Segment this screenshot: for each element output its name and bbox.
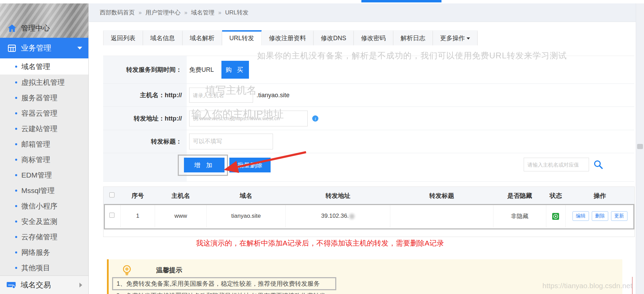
sidebar-item-domain-trade[interactable]: www 域名交易 xyxy=(0,275,88,294)
sidebar-item-label: 商标管理 xyxy=(21,155,50,165)
col-hidden: 是否隐藏 xyxy=(493,187,546,205)
form-row-hostname: 主机名：http:// .tianyao.site xyxy=(103,84,634,107)
sidebar-item-security[interactable]: 安全及监测 xyxy=(0,214,88,229)
sidebar-item-cloud-storage[interactable]: 云存储管理 xyxy=(0,229,88,245)
breadcrumb-user-center[interactable]: 用户管理中心 xyxy=(145,9,181,16)
domain-trade-icon: www xyxy=(6,281,16,289)
breadcrumb-home[interactable]: 西部数码首页 xyxy=(100,9,135,16)
bullet-icon xyxy=(15,267,17,269)
tab-edit-registration[interactable]: 修改注册资料 xyxy=(262,30,314,45)
chevron-right-icon xyxy=(79,283,82,287)
table-header-row: 序号 主机名 域名 转发地址 转发标题 是否隐藏 状态 操作 xyxy=(103,187,634,205)
cell-index: 1 xyxy=(120,205,155,227)
svg-text:i: i xyxy=(315,116,316,121)
hostname-input[interactable] xyxy=(189,88,253,103)
form-row-actions: 增 加 批量删除 xyxy=(103,153,634,182)
cell-title xyxy=(390,205,493,227)
form-row-title: 转发标题： xyxy=(103,130,634,153)
sidebar-item-label: 容器云管理 xyxy=(21,109,57,118)
grid-icon xyxy=(8,44,16,53)
url-forward-form: 转发服务到期时间： 免费URL 购 买 主机名：http:// .tianyao… xyxy=(103,56,634,182)
notice-line-2: 2、免费转发不支持设置网站名称和隐藏目标地址,如果有需要请选购收费转发 xyxy=(116,292,326,294)
info-icon[interactable]: i xyxy=(312,115,319,122)
select-all-checkbox[interactable] xyxy=(109,192,114,197)
edit-button[interactable]: 编辑 xyxy=(572,211,589,221)
tab-resolve-log[interactable]: 解析日志 xyxy=(393,30,433,45)
sidebar-item-label: Mssql管理 xyxy=(21,186,55,195)
sidebar-item-server[interactable]: 服务器管理 xyxy=(0,90,88,105)
hostname-label: 主机名：http:// xyxy=(103,84,187,106)
tab-edit-password[interactable]: 修改密码 xyxy=(354,30,393,45)
sidebar-item-mssql[interactable]: Mssql管理 xyxy=(0,183,88,198)
site-watermark: https://tianyao.blog.csdn.net xyxy=(542,282,632,290)
bullet-icon xyxy=(15,81,17,83)
target-label: 转发地址：http:// xyxy=(103,107,187,130)
sidebar-item-site-builder[interactable]: 云建站管理 xyxy=(0,121,88,136)
cell-actions: 编辑删除更新 xyxy=(565,205,634,227)
breadcrumb-separator: » xyxy=(184,10,187,16)
forward-table: 序号 主机名 域名 转发地址 转发标题 是否隐藏 状态 操作 1 www tia… xyxy=(103,186,635,237)
tab-bar: 返回列表 域名信息 域名解析 URL转发 修改注册资料 修改DNS 修改密码 解… xyxy=(103,30,478,45)
col-host: 主机名 xyxy=(155,187,207,205)
tab-back-to-list[interactable]: 返回列表 xyxy=(103,30,143,45)
tab-more-actions[interactable]: 更多操作 xyxy=(433,30,478,45)
cell-host: www xyxy=(155,205,207,227)
sidebar-item-label: 云存储管理 xyxy=(21,232,57,242)
bullet-icon xyxy=(15,220,17,223)
sidebar-item-other[interactable]: 其他项目 xyxy=(0,260,88,275)
notice-line-1-highlighted: 1、免费转发免备案,采用美国服务器，稳定性较差，推荐使用收费转发服务 xyxy=(112,277,336,290)
top-loading-bar xyxy=(361,0,441,2)
sidebar: 管理中心 业务管理 域名管理 虚拟主机管理 服务器管理 容器云管理 云建站管理 … xyxy=(0,3,89,294)
bullet-icon xyxy=(15,112,17,114)
tab-url-forward[interactable]: URL转发 xyxy=(222,30,262,45)
red-note-annotation: 我这演示的，在解析中添加A记录后，不得添加该主机的转发，需要删除A记录 xyxy=(196,238,444,248)
sidebar-home-label: 管理中心 xyxy=(21,23,50,33)
add-button[interactable]: 增 加 xyxy=(184,158,225,172)
sidebar-item-mailbox[interactable]: 邮箱管理 xyxy=(0,136,88,152)
scrollbar-thumb[interactable] xyxy=(637,144,643,149)
target-ip-text: 39.102.36. xyxy=(321,213,349,219)
sidebar-item-label: 微信小程序 xyxy=(21,201,57,211)
notice-title: 温馨提示 xyxy=(156,266,182,275)
cell-target: 39.102.36. xyxy=(286,205,390,227)
target-input[interactable] xyxy=(189,111,308,126)
sidebar-item-edm[interactable]: EDM管理 xyxy=(0,167,88,183)
sidebar-item-domain-mgmt[interactable]: 域名管理 xyxy=(0,58,88,75)
bullet-icon xyxy=(15,251,17,253)
sidebar-header: 管理中心 xyxy=(0,3,88,38)
sidebar-item-network[interactable]: 网络服务 xyxy=(0,245,88,260)
expire-value: 免费URL xyxy=(189,66,214,74)
forward-title-input[interactable] xyxy=(189,134,273,149)
row-checkbox[interactable] xyxy=(109,213,114,218)
form-row-target: 转发地址：http:// i xyxy=(103,107,634,130)
update-button[interactable]: 更新 xyxy=(611,211,627,221)
home-icon xyxy=(8,24,17,32)
breadcrumb-domain-mgmt[interactable]: 域名管理 xyxy=(191,9,215,16)
bullet-icon xyxy=(15,143,17,145)
sidebar-item-vhost[interactable]: 虚拟主机管理 xyxy=(0,75,88,90)
sidebar-item-label: 网络服务 xyxy=(21,248,50,257)
sidebar-item-label: 云建站管理 xyxy=(21,124,57,134)
search-input[interactable] xyxy=(524,158,589,171)
bullet-icon xyxy=(15,205,17,207)
tab-dns-resolve[interactable]: 域名解析 xyxy=(183,30,222,45)
batch-delete-button[interactable]: 批量删除 xyxy=(229,158,271,172)
search-bar xyxy=(524,158,603,171)
tab-domain-info[interactable]: 域名信息 xyxy=(143,30,183,45)
url-forward-page: 管理中心 业务管理 域名管理 虚拟主机管理 服务器管理 容器云管理 云建站管理 … xyxy=(0,0,644,294)
search-icon[interactable] xyxy=(593,159,603,170)
sidebar-item-trademark[interactable]: 商标管理 xyxy=(0,152,88,167)
sidebar-item-wechat-miniapp[interactable]: 微信小程序 xyxy=(0,198,88,214)
col-domain: 域名 xyxy=(207,187,286,205)
sidebar-item-label: 虚拟主机管理 xyxy=(21,78,65,87)
bullet-icon xyxy=(15,174,17,176)
sidebar-item-home[interactable]: 管理中心 xyxy=(0,23,50,38)
col-index: 序号 xyxy=(120,187,155,205)
tab-edit-dns[interactable]: 修改DNS xyxy=(314,30,354,45)
sidebar-item-label: 其他项目 xyxy=(21,263,50,273)
buy-button[interactable]: 购 买 xyxy=(221,61,249,79)
sidebar-item-business[interactable]: 业务管理 xyxy=(0,38,88,58)
delete-button[interactable]: 删除 xyxy=(592,211,608,221)
sidebar-item-container-cloud[interactable]: 容器云管理 xyxy=(0,105,88,121)
bullet-icon xyxy=(15,190,17,192)
